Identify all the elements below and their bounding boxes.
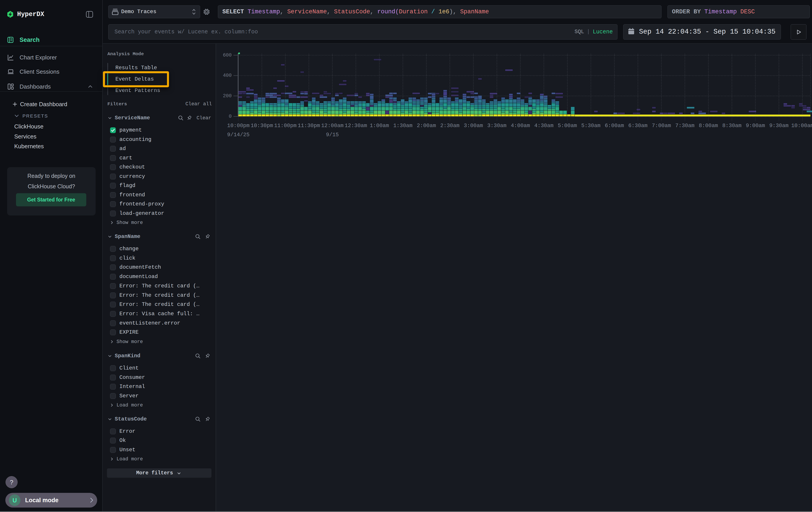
svg-text:?: ? bbox=[10, 479, 13, 486]
svg-text:U: U bbox=[12, 497, 17, 504]
